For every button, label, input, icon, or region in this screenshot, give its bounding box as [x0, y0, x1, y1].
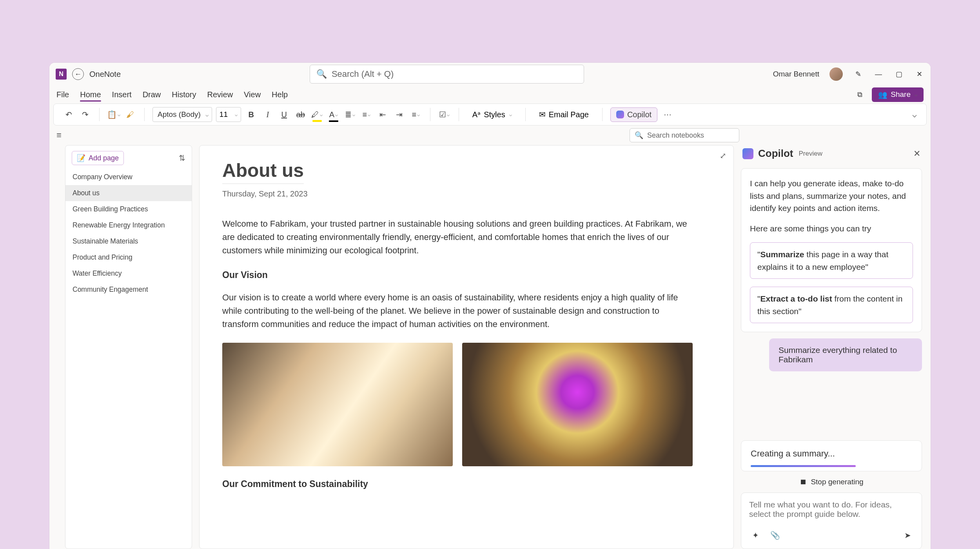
copilot-suggestion-summarize[interactable]: "Summarize this page in a way that expla… — [750, 242, 913, 279]
titlebar-right: Omar Bennett ✎ — ▢ ✕ — [773, 67, 924, 81]
page-item[interactable]: Sustainable Materials — [65, 233, 192, 249]
global-search[interactable]: 🔍 Search (Alt + Q) — [310, 65, 584, 84]
italic-button[interactable]: I — [261, 108, 274, 121]
copilot-input-box[interactable]: ✦ 📎 ➤ — [741, 493, 922, 549]
image-wood-interior[interactable] — [222, 343, 453, 466]
copilot-progress-card: Creating a summary... — [741, 440, 922, 471]
search-placeholder: Search (Alt + Q) — [332, 69, 394, 79]
copilot-button[interactable]: Copilot — [610, 107, 657, 122]
paste-button[interactable]: 📋⌵ — [107, 108, 120, 121]
window-close[interactable]: ✕ — [914, 69, 924, 79]
fullscreen-icon[interactable]: ⧉ — [855, 89, 865, 100]
collapse-ribbon-button[interactable]: ⌵ — [908, 108, 921, 121]
tab-review[interactable]: Review — [207, 90, 233, 99]
copilot-title: Copilot — [758, 147, 793, 160]
copilot-suggestion-todo[interactable]: "Extract a to-do list from the content i… — [750, 287, 913, 323]
intro-paragraph[interactable]: Welcome to Fabrikam, your trusted partne… — [222, 217, 693, 257]
attachment-icon[interactable]: 📎 — [769, 529, 781, 542]
format-painter-button[interactable]: 🖌 — [124, 108, 136, 121]
copilot-header: Copilot Preview ✕ — [741, 145, 922, 162]
styles-icon: Aᵃ — [472, 110, 481, 119]
avatar[interactable] — [829, 67, 843, 81]
redo-button[interactable]: ↷ — [79, 108, 91, 121]
vision-paragraph[interactable]: Our vision is to create a world where ev… — [222, 291, 693, 331]
page-title[interactable]: About us — [222, 160, 304, 184]
workspace: 📝 Add page ⇅ Company Overview About us G… — [49, 145, 931, 549]
copilot-progress-text: Creating a summary... — [751, 449, 835, 458]
numbered-list-button[interactable]: ≡⌵ — [360, 108, 373, 121]
copilot-logo-icon — [742, 148, 753, 159]
titlebar: N ← OneNote 🔍 Search (Alt + Q) Omar Benn… — [49, 63, 931, 85]
vision-heading[interactable]: Our Vision — [222, 268, 693, 282]
copilot-close-button[interactable]: ✕ — [913, 149, 920, 159]
copilot-progress-bar — [751, 465, 856, 467]
highlight-button[interactable]: 🖊⌵ — [311, 108, 323, 121]
stop-generating-button[interactable]: ⏹ Stop generating — [741, 478, 922, 486]
send-button[interactable]: ➤ — [901, 529, 914, 542]
copilot-icon — [616, 111, 624, 118]
page-item[interactable]: Green Building Practices — [65, 201, 192, 217]
tab-insert[interactable]: Insert — [112, 90, 132, 99]
pen-icon[interactable]: ✎ — [853, 69, 863, 79]
page-item[interactable]: Company Overview — [65, 169, 192, 185]
more-button[interactable]: ⋯ — [661, 108, 674, 121]
undo-button[interactable]: ↶ — [62, 108, 75, 121]
search-icon: 🔍 — [316, 69, 327, 79]
indent-button[interactable]: ⇥ — [393, 108, 406, 121]
copilot-preview-badge: Preview — [799, 150, 822, 158]
image-spiral-atrium[interactable] — [462, 343, 693, 466]
styles-button[interactable]: Aᵃ Styles ⌵ — [467, 107, 517, 122]
window-minimize[interactable]: — — [873, 69, 884, 79]
hamburger-button[interactable]: ≡ — [56, 130, 62, 140]
copilot-try-label: Here are some things you can try — [750, 222, 913, 235]
expand-button[interactable]: ⤢ — [720, 151, 726, 160]
font-size-select[interactable]: 11⌵ — [216, 107, 241, 122]
strikethrough-button[interactable]: ab — [294, 108, 307, 121]
outdent-button[interactable]: ⇤ — [377, 108, 389, 121]
tab-file[interactable]: File — [56, 90, 69, 99]
page-item[interactable]: Community Engagement — [65, 282, 192, 298]
share-button[interactable]: 👥 Share ⌵ — [872, 87, 924, 102]
font-select[interactable]: Aptos (Body) — [152, 107, 212, 122]
chevron-down-icon: ⌵ — [915, 92, 917, 97]
copilot-user-message: Summarize everything related to Fabrikam — [769, 338, 922, 371]
commitment-heading[interactable]: Our Commitment to Sustainability — [222, 477, 693, 491]
tab-home[interactable]: Home — [80, 90, 101, 99]
document-canvas[interactable]: ⤢ About us Thursday, Sept 21, 2023 Welco… — [199, 145, 734, 549]
page-item[interactable]: Renewable Energy Integration — [65, 217, 192, 233]
page-item[interactable]: Product and Pricing — [65, 249, 192, 265]
tab-help[interactable]: Help — [272, 90, 288, 99]
sparkle-icon[interactable]: ✦ — [749, 529, 762, 542]
page-body[interactable]: Welcome to Fabrikam, your trusted partne… — [222, 217, 693, 491]
email-page-button[interactable]: ✉ Email Page — [534, 107, 594, 122]
mail-icon: ✉ — [539, 110, 546, 119]
search-notebooks[interactable]: 🔍 Search notebooks — [630, 128, 739, 142]
tag-button[interactable]: ☑⌵ — [438, 108, 451, 121]
align-button[interactable]: ≡⌵ — [410, 108, 422, 121]
copilot-intro-card: I can help you generate ideas, make to-d… — [741, 168, 922, 332]
add-page-button[interactable]: 📝 Add page — [72, 151, 124, 165]
window-maximize[interactable]: ▢ — [894, 69, 904, 79]
back-button[interactable]: ← — [72, 68, 84, 80]
underline-button[interactable]: U — [278, 108, 290, 121]
tab-view[interactable]: View — [244, 90, 261, 99]
app-name: OneNote — [89, 70, 121, 79]
page-date: Thursday, Sept 21, 2023 — [222, 189, 711, 198]
copilot-textarea[interactable] — [749, 500, 914, 524]
search-notebooks-placeholder: Search notebooks — [647, 131, 704, 140]
page-item[interactable]: Water Efficiency — [65, 265, 192, 282]
font-color-button[interactable]: A⌵ — [327, 108, 340, 121]
tab-draw[interactable]: Draw — [143, 90, 161, 99]
app-icon: N — [56, 69, 67, 80]
chevron-down-icon: ⌵ — [509, 112, 512, 117]
page-item[interactable]: About us — [65, 185, 192, 201]
user-name: Omar Bennett — [773, 70, 819, 78]
copilot-pane: Copilot Preview ✕ I can help you generat… — [741, 145, 927, 549]
bold-button[interactable]: B — [245, 108, 258, 121]
share-icon: 👥 — [878, 90, 887, 99]
tab-history[interactable]: History — [172, 90, 196, 99]
subbar: ≡ 🔍 Search notebooks — [49, 125, 931, 145]
sort-button[interactable]: ⇅ — [179, 153, 185, 163]
bullet-list-button[interactable]: ≣⌵ — [344, 108, 356, 121]
add-page-icon: 📝 — [77, 154, 85, 162]
